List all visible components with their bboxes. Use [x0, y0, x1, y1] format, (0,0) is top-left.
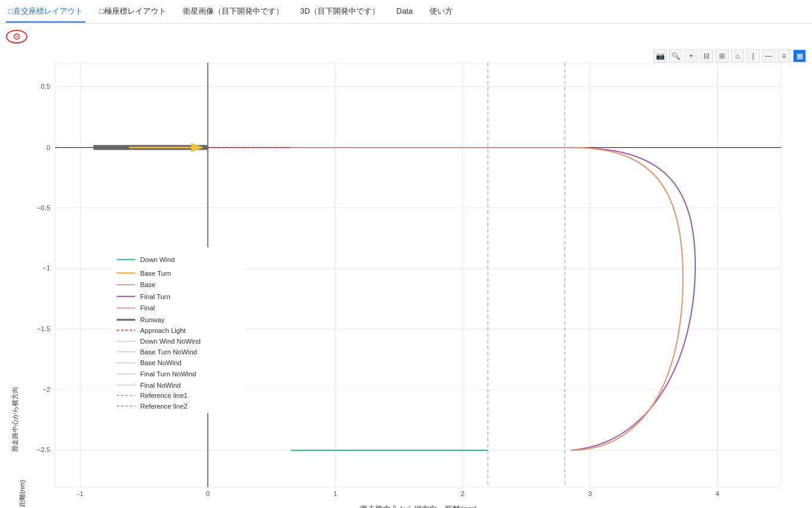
svg-text:−1: −1 [42, 264, 50, 272]
home-btn[interactable]: ⌂ [731, 49, 744, 63]
nav-cartesian[interactable]: □直交座標レイアウト [6, 1, 85, 23]
chart-container: 📷 🔍 + ⊟ ⊞ ⌂ | — ≡ ▦ [6, 49, 806, 508]
nav-satellite[interactable]: 衛星画像（目下開発中です） [181, 1, 286, 23]
chart-svg: -1 0 1 2 3 4 0.5 0 −0.5 −1 −1.5 −2 −2.5 … [6, 49, 806, 508]
autoscale-btn[interactable]: ⊞ [715, 49, 729, 63]
line-btn[interactable]: — [762, 49, 775, 63]
nav-data[interactable]: Data [394, 2, 415, 21]
svg-text:Down Wind NoWind: Down Wind NoWind [140, 338, 201, 345]
grid-btn[interactable]: ≡ [777, 49, 791, 63]
svg-text:2: 2 [461, 490, 464, 497]
svg-text:Runway: Runway [140, 316, 164, 323]
separator1: | [746, 49, 760, 63]
svg-text:-1: -1 [77, 490, 83, 497]
chart-toolbar: 📷 🔍 + ⊟ ⊞ ⌂ | — ≡ ▦ [654, 49, 806, 63]
svg-text:3: 3 [588, 490, 592, 497]
camera-btn[interactable]: 📷 [654, 49, 667, 63]
svg-text:0.5: 0.5 [41, 83, 51, 90]
zoom-in-btn[interactable]: + [685, 49, 698, 63]
svg-text:Approach Light: Approach Light [140, 327, 186, 334]
svg-text:Base Turn: Base Turn [140, 270, 171, 277]
svg-text:距離(nm): 距離(nm) [18, 479, 26, 507]
settings-button[interactable]: ⚙ [6, 30, 27, 43]
nav-3d[interactable]: 3D（目下開発中です） [298, 1, 382, 23]
nav-howto[interactable]: 使い方 [427, 1, 455, 23]
svg-text:滑走路中心から縦方向　距離(nm): 滑走路中心から縦方向 距離(nm) [360, 504, 477, 508]
gear-icon: ⚙ [13, 31, 21, 42]
main-area: ⚙ 📷 🔍 + ⊟ ⊞ ⌂ | — ≡ ▦ [0, 24, 812, 508]
svg-text:1: 1 [334, 490, 337, 497]
svg-text:Base: Base [140, 281, 155, 288]
svg-text:0: 0 [206, 490, 210, 497]
svg-text:Base NoWind: Base NoWind [140, 359, 181, 366]
svg-text:−2: −2 [42, 386, 50, 393]
navigation-bar: □直交座標レイアウト □極座標レイアウト 衛星画像（目下開発中です） 3D（目下… [0, 0, 812, 24]
bar-chart-btn[interactable]: ▦ [793, 49, 806, 63]
svg-text:Final Turn NoWind: Final Turn NoWind [140, 370, 196, 378]
nav-polar[interactable]: □極座標レイアウト [97, 1, 169, 23]
zoom-btn[interactable]: 🔍 [669, 49, 682, 63]
svg-text:Reference line1: Reference line1 [140, 392, 188, 399]
svg-text:−1.5: −1.5 [37, 325, 50, 332]
svg-text:4: 4 [715, 490, 719, 497]
svg-text:−0.5: −0.5 [37, 204, 50, 211]
svg-text:−2.5: −2.5 [37, 446, 50, 453]
svg-text:Final NoWind: Final NoWind [140, 382, 181, 389]
svg-text:滑走路中心から横方向: 滑走路中心から横方向 [11, 387, 18, 452]
svg-text:Reference line2: Reference line2 [140, 403, 188, 410]
svg-text:0: 0 [46, 144, 50, 151]
svg-text:Down Wind: Down Wind [140, 256, 175, 263]
svg-text:Final: Final [140, 304, 155, 311]
zoom-out-btn[interactable]: ⊟ [700, 49, 713, 63]
svg-text:Base Turn NoWind: Base Turn NoWind [140, 348, 197, 356]
svg-text:Final Turn: Final Turn [140, 293, 170, 300]
